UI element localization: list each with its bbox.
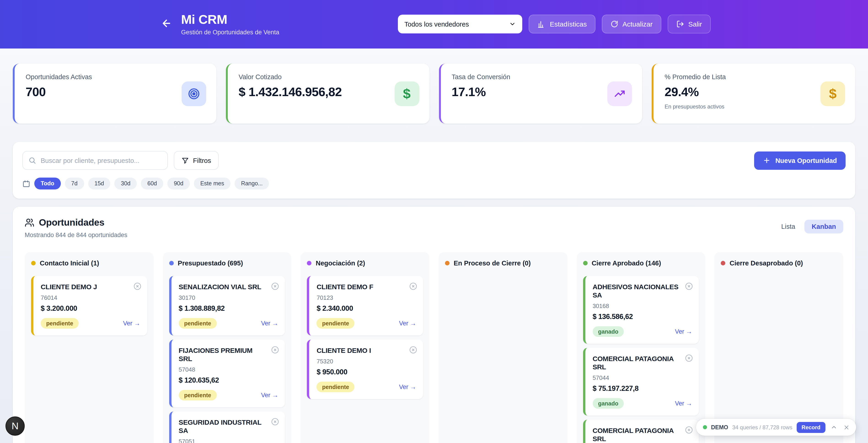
opportunity-card[interactable]: CLIENTE DEMO J 76014 $ 3.200.000 pendien… xyxy=(31,276,147,335)
stats-row: Oportunidades Activas 700 Valor Cotizado… xyxy=(13,64,855,124)
card-amount: $ 1.308.889,82 xyxy=(179,304,278,313)
column-title: Cierre Aprobado (146) xyxy=(592,260,661,267)
card-client-name: COMERCIAL PATAGONIA SRL xyxy=(592,355,692,371)
date-chip-90d[interactable]: 90d xyxy=(167,178,190,189)
view-link[interactable]: Ver → xyxy=(399,384,416,390)
dismiss-card-icon[interactable] xyxy=(271,346,280,354)
dismiss-card-icon[interactable] xyxy=(685,425,693,434)
card-client-name: CLIENTE DEMO J xyxy=(41,283,140,291)
trending-up-icon xyxy=(608,81,632,106)
column-color-dot xyxy=(169,261,174,265)
record-button[interactable]: Record xyxy=(797,422,826,433)
stat-label: % Promedio de Lista xyxy=(665,73,844,81)
view-link[interactable]: Ver → xyxy=(675,328,692,335)
app-root: Mi CRM Gestión de Oportunidades de Venta… xyxy=(0,0,868,443)
view-link[interactable]: Ver → xyxy=(123,320,140,327)
date-chip-todo[interactable]: Todo xyxy=(34,178,61,189)
stat-card-avg-list-pct: % Promedio de Lista 29.4% En presupuesto… xyxy=(652,64,856,124)
statistics-button[interactable]: Estadísticas xyxy=(529,15,596,34)
view-toggle-kanban[interactable]: Kanban xyxy=(804,220,843,233)
stat-label: Oportunidades Activas xyxy=(26,73,205,81)
date-chip-rango[interactable]: Rango... xyxy=(235,178,269,189)
column-title: Contacto Inicial (1) xyxy=(40,260,99,267)
app-header: Mi CRM Gestión de Oportunidades de Venta… xyxy=(0,0,868,49)
view-link[interactable]: Ver → xyxy=(399,320,416,327)
stat-card-active-opportunities: Oportunidades Activas 700 xyxy=(13,64,216,124)
card-client-name: CLIENTE DEMO F xyxy=(317,283,416,291)
opportunity-card[interactable]: ADHESIVOS NACIONALES SA 30168 $ 136.586,… xyxy=(583,276,699,344)
dismiss-card-icon[interactable] xyxy=(409,282,417,291)
date-chip-30d[interactable]: 30d xyxy=(115,178,137,189)
refresh-icon xyxy=(611,20,618,28)
nextjs-badge-letter: N xyxy=(12,420,19,432)
date-chip-este-mes[interactable]: Este mes xyxy=(194,178,230,189)
refresh-label: Actualizar xyxy=(622,20,653,28)
stat-card-quoted-value: Valor Cotizado $ 1.432.146.956,82 $ xyxy=(226,64,429,124)
view-link[interactable]: Ver → xyxy=(261,320,278,327)
new-opportunity-label: Nueva Oportunidad xyxy=(775,157,837,164)
dismiss-card-icon[interactable] xyxy=(409,346,417,354)
new-opportunity-button[interactable]: Nueva Oportunidad xyxy=(754,151,845,170)
status-badge: pendiente xyxy=(41,318,79,329)
dismiss-card-icon[interactable] xyxy=(133,282,142,291)
view-link[interactable]: Ver → xyxy=(261,392,278,398)
column-title: Negociación (2) xyxy=(316,260,365,267)
stat-value: 17.1% xyxy=(452,85,631,99)
dollar-icon: $ xyxy=(820,81,845,106)
column-color-dot xyxy=(583,261,587,265)
view-toggle-list[interactable]: Lista xyxy=(781,223,795,230)
page-title: Mi CRM xyxy=(181,13,279,27)
bar-chart-icon xyxy=(537,20,546,28)
chevron-down-icon xyxy=(509,21,516,28)
column-title: Cierre Desaprobado (0) xyxy=(730,260,803,267)
card-client-name: COMERCIAL PATAGONIA SRL xyxy=(592,426,692,443)
card-code: 70123 xyxy=(317,294,416,301)
seller-filter-value: Todos los vendedores xyxy=(404,21,509,28)
column-title: En Proceso de Cierre (0) xyxy=(454,260,531,267)
status-badge: pendiente xyxy=(317,382,355,392)
statistics-label: Estadísticas xyxy=(550,20,587,28)
opportunity-card[interactable]: SENALIZACION VIAL SRL 30170 $ 1.308.889,… xyxy=(169,276,285,335)
opportunity-card[interactable]: CLIENTE DEMO I 75320 $ 950.000 pendiente… xyxy=(307,339,423,399)
card-client-name: SENALIZACION VIAL SRL xyxy=(179,283,278,291)
dismiss-card-icon[interactable] xyxy=(685,282,693,291)
dismiss-card-icon[interactable] xyxy=(271,417,280,426)
dismiss-card-icon[interactable] xyxy=(271,282,280,291)
search-input[interactable] xyxy=(23,151,167,169)
refresh-button[interactable]: Actualizar xyxy=(602,15,661,34)
toolbar-card: Filtros Nueva Oportunidad Todo 7d 15d 30… xyxy=(13,142,855,199)
kanban-column-cierre-desaprobado: Cierre Desaprobado (0) xyxy=(715,252,843,443)
filters-button[interactable]: Filtros xyxy=(174,151,219,170)
card-code: 57048 xyxy=(179,366,278,373)
dollar-icon: $ xyxy=(395,81,419,106)
column-color-dot xyxy=(721,261,725,265)
opportunity-card[interactable]: CLIENTE DEMO F 70123 $ 2.340.000 pendien… xyxy=(307,276,423,335)
section-title: Oportunidades xyxy=(39,217,104,228)
target-icon xyxy=(182,81,206,106)
view-link[interactable]: Ver → xyxy=(675,400,692,407)
stat-value: 29.4% xyxy=(665,85,844,99)
search-box xyxy=(23,151,168,170)
nextjs-dev-badge[interactable]: N xyxy=(5,416,25,436)
close-icon[interactable] xyxy=(842,423,850,431)
chevron-up-icon[interactable] xyxy=(830,423,838,432)
card-code: 76014 xyxy=(41,294,140,301)
kanban-column-cierre-aprobado: Cierre Aprobado (146) ADHESIVOS NACIONAL… xyxy=(577,252,705,443)
date-chip-60d[interactable]: 60d xyxy=(141,178,163,189)
section-subtitle: Mostrando 844 de 844 oportunidades xyxy=(25,232,127,238)
card-code: 30168 xyxy=(592,302,692,309)
date-chip-7d[interactable]: 7d xyxy=(65,178,84,189)
date-chip-15d[interactable]: 15d xyxy=(88,178,111,189)
opportunity-card[interactable]: SEGURIDAD INDUSTRIAL SA 57051 xyxy=(169,411,285,443)
card-code: 75320 xyxy=(317,358,416,365)
status-badge: pendiente xyxy=(179,390,217,401)
back-button[interactable] xyxy=(157,15,176,33)
opportunity-card[interactable]: COMERCIAL PATAGONIA SRL 57044 $ 75.197.2… xyxy=(583,348,699,416)
logout-button[interactable]: Salir xyxy=(668,15,711,34)
opportunity-card[interactable]: COMERCIAL PATAGONIA SRL 57043 xyxy=(583,420,699,443)
logout-label: Salir xyxy=(688,20,702,28)
dismiss-card-icon[interactable] xyxy=(685,354,693,362)
seller-filter-select[interactable]: Todos los vendedores xyxy=(398,15,523,34)
stat-label: Valor Cotizado xyxy=(239,73,418,81)
opportunity-card[interactable]: FIJACIONES PREMIUM SRL 57048 $ 120.635,6… xyxy=(169,339,285,407)
